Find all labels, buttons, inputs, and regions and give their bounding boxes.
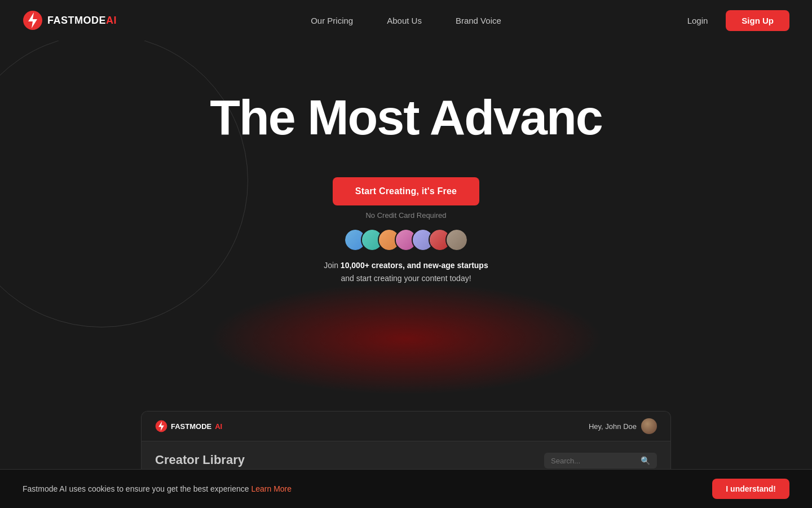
navbar: FASTMODEAI Our Pricing About Us Brand Vo… [0,0,812,41]
cookie-text: Fastmode AI uses cookies to ensure you g… [23,484,292,493]
creator-library-title: Creator Library [155,453,245,467]
bg-glow [209,282,603,395]
hero-section: The Most Advanc Start Creating, it's Fre… [0,41,812,284]
search-input[interactable] [551,457,636,465]
nav-actions: Login Sign Up [678,10,789,31]
search-bar[interactable]: 🔍 [544,453,657,468]
nav-brand-voice[interactable]: Brand Voice [439,11,518,30]
no-credit-text: No Credit Card Required [365,211,446,220]
join-text: Join 10,000+ creators, and new-age start… [324,259,488,284]
nav-pricing[interactable]: Our Pricing [294,11,370,30]
hero-title: The Most Advanc [210,91,602,143]
app-preview-logo: FASTMODE AI [155,420,222,432]
logo-bolt-icon [23,10,43,30]
app-preview-user: Hey, John Doe [589,418,657,434]
user-avatar [641,418,657,434]
start-creating-button[interactable]: Start Creating, it's Free [333,177,479,205]
cookie-banner: Fastmode AI uses cookies to ensure you g… [0,469,812,508]
cookie-confirm-button[interactable]: I understand! [712,479,789,499]
login-button[interactable]: Login [678,11,717,30]
app-preview-header: FASTMODE AI Hey, John Doe [142,411,670,441]
avatar-7 [445,229,468,251]
learn-more-link[interactable]: Learn More [251,484,292,493]
nav-links: Our Pricing About Us Brand Voice [294,11,518,30]
nav-about[interactable]: About Us [370,11,439,30]
app-logo-icon [155,420,167,432]
avatars-row [344,229,468,251]
logo[interactable]: FASTMODEAI [23,10,117,30]
search-icon: 🔍 [641,456,650,465]
cta-group: Start Creating, it's Free No Credit Card… [333,177,479,220]
signup-button[interactable]: Sign Up [726,10,789,31]
logo-text: FASTMODEAI [47,15,117,27]
